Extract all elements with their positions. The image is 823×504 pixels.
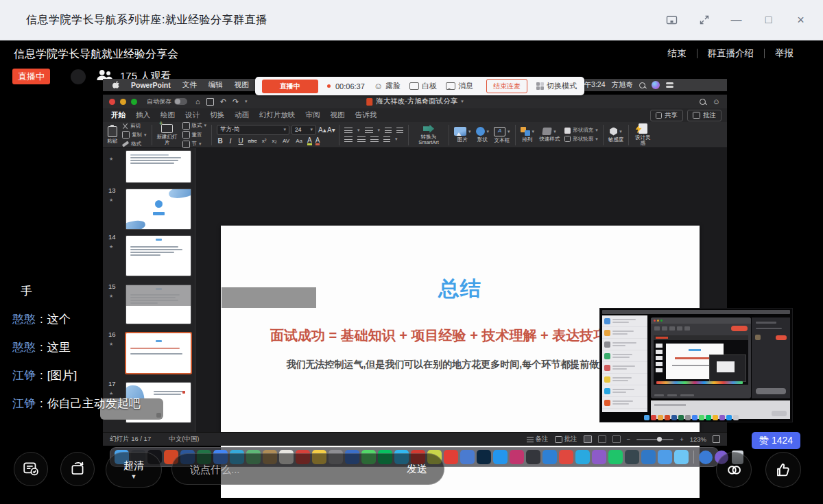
bullets-icon[interactable]	[344, 128, 353, 134]
arrange-button[interactable]: ▾ 排列	[521, 127, 535, 143]
italic-button[interactable]: I	[227, 137, 234, 145]
dock-app-icon[interactable]	[625, 450, 639, 464]
slideshow-view-icon[interactable]	[612, 435, 621, 443]
indent-decrease-icon[interactable]	[385, 128, 392, 134]
dock-app-icon[interactable]	[477, 450, 491, 464]
ribbon-tab[interactable]: 开始	[111, 110, 126, 120]
home-icon[interactable]: ⌂	[195, 97, 200, 106]
close-icon[interactable]: ×	[795, 14, 807, 26]
quick-styles-button[interactable]: ▾ 快速样式	[539, 128, 560, 142]
slide-sorter-view-icon[interactable]	[598, 435, 606, 443]
shapes-button[interactable]: ▾ 形状	[476, 127, 490, 143]
send-button[interactable]: 发送	[407, 463, 427, 476]
fit-slide-icon[interactable]	[713, 435, 720, 443]
message-list-button[interactable]	[14, 452, 48, 486]
slide-thumbnail[interactable]	[126, 151, 191, 182]
dock-app-icon[interactable]	[592, 450, 606, 464]
ribbon-tab[interactable]: 插入	[136, 110, 150, 120]
slide-thumbnail[interactable]	[126, 189, 191, 229]
spotlight-icon[interactable]	[639, 82, 645, 88]
dock-app-icon[interactable]	[608, 450, 623, 464]
notes-button[interactable]: 备注	[527, 435, 549, 444]
font-color-button[interactable]: A	[315, 137, 320, 145]
pip-preview[interactable]	[600, 309, 792, 422]
dock-app-icon[interactable]	[542, 450, 557, 464]
change-case-button[interactable]: Aa	[294, 138, 304, 144]
font-name-select[interactable]: 苹方-简▾	[217, 125, 289, 135]
dock-app-icon[interactable]	[444, 450, 458, 464]
zoom-out-icon[interactable]: −	[627, 435, 631, 443]
whiteboard-button[interactable]: 白板	[409, 81, 437, 91]
chat-sender[interactable]: 憨憨	[12, 311, 36, 327]
siri-icon[interactable]	[652, 81, 660, 89]
normal-view-icon[interactable]	[584, 435, 592, 443]
dock-app-icon[interactable]	[674, 450, 689, 464]
layout-button[interactable]: 版式▾	[182, 122, 207, 130]
ribbon-tab[interactable]: 告诉我	[355, 110, 377, 120]
shrink-font-button[interactable]: A▾	[327, 126, 334, 134]
ribbon-tab[interactable]: 视图	[331, 110, 345, 120]
subscript-button[interactable]: x₂	[271, 138, 278, 144]
paste-button[interactable]: 粘贴	[107, 126, 117, 144]
message-button[interactable]: 消息	[446, 81, 473, 91]
apple-logo-icon[interactable]	[112, 80, 119, 90]
feedback-smiley-icon[interactable]: ☺	[713, 97, 720, 106]
fullscreen-icon[interactable]	[698, 14, 710, 26]
ribbon-tab[interactable]: 设计	[185, 110, 200, 120]
autosave-control[interactable]: 自动保存	[147, 97, 187, 106]
chat-input[interactable]	[172, 463, 407, 476]
textbox-button[interactable]: A▾ 文本框	[494, 127, 510, 143]
new-slide-button[interactable]: 新建幻灯片	[157, 124, 178, 145]
quality-selector[interactable]: 超清 ▼	[106, 452, 162, 488]
language-indicator[interactable]: 中文(中国)	[169, 435, 199, 444]
cut-button[interactable]: 剪切	[122, 123, 147, 130]
chat-sender[interactable]: 江铮	[12, 368, 36, 383]
doc-title-caret-icon[interactable]: ▾	[461, 99, 464, 104]
menubar-app-name[interactable]: PowerPoint	[131, 81, 171, 89]
char-spacing-button[interactable]: AV	[281, 138, 291, 144]
reset-button[interactable]: 重置	[182, 131, 207, 139]
smartart-button[interactable]: 转换为SmartArt	[414, 125, 444, 145]
end-link-button[interactable]: 结束连麦	[486, 79, 527, 93]
dock-app-icon[interactable]	[460, 450, 475, 464]
redo-icon[interactable]: ↷	[232, 97, 239, 106]
rotate-screen-button[interactable]	[60, 452, 95, 486]
like-button[interactable]	[765, 452, 801, 488]
underline-button[interactable]: U	[237, 137, 244, 145]
numbering-icon[interactable]	[365, 128, 373, 134]
header-action[interactable]: 群直播介绍	[697, 49, 765, 58]
qat-caret-icon[interactable]: ▾	[245, 99, 248, 104]
line-spacing-icon[interactable]	[383, 136, 390, 143]
mini-window-icon[interactable]	[666, 14, 678, 26]
zoom-traffic-icon[interactable]	[131, 99, 137, 105]
menubar-user[interactable]: 方旭奇	[612, 80, 634, 90]
menubar-menu-item[interactable]: 视图	[235, 80, 249, 90]
switch-mode-button[interactable]: 切换模式	[536, 81, 577, 91]
align-right-icon[interactable]	[370, 136, 379, 143]
ribbon-tab[interactable]: 幻灯片放映	[259, 110, 296, 120]
dock-app-icon[interactable]	[493, 450, 508, 464]
dock-app-icon[interactable]	[641, 450, 656, 464]
shape-fill-button[interactable]: 形状填充▾	[564, 127, 598, 134]
save-icon[interactable]	[206, 98, 214, 106]
chat-sender[interactable]: 憨憨	[12, 339, 36, 355]
font-size-select[interactable]: 24▾	[291, 125, 316, 135]
minimize-icon[interactable]: —	[730, 14, 742, 26]
copy-button[interactable]: 复制▾	[122, 131, 147, 139]
indent-increase-icon[interactable]	[396, 128, 403, 134]
slide-thumbnail[interactable]	[126, 236, 191, 276]
dock-app-icon-round[interactable]	[699, 451, 713, 464]
menubar-menu-item[interactable]: 文件	[182, 80, 197, 90]
ppt-search-icon[interactable]	[700, 99, 706, 105]
highlight-color-button[interactable]: A	[307, 137, 312, 145]
zoom-level[interactable]: 123%	[690, 435, 706, 443]
shape-outline-button[interactable]: 形状轮廓▾	[564, 136, 598, 143]
ribbon-tab[interactable]: 切换	[210, 110, 224, 120]
maximize-icon[interactable]: □	[763, 14, 774, 26]
show-face-button[interactable]: ☺露脸	[374, 81, 401, 91]
ribbon-tab[interactable]: 审阅	[306, 110, 320, 120]
align-center-icon[interactable]	[357, 136, 366, 143]
superscript-button[interactable]: x²	[261, 138, 267, 144]
control-center-icon[interactable]	[666, 82, 673, 88]
ribbon-tab[interactable]: 绘图	[160, 110, 175, 120]
